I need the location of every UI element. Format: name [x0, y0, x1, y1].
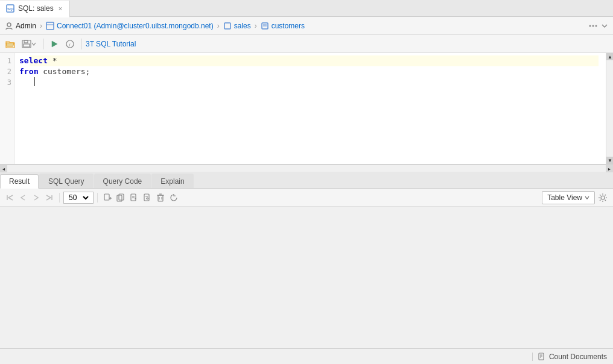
svg-rect-28: [144, 194, 149, 201]
line-numbers: 1 2 3: [0, 53, 14, 164]
nav-next-button[interactable]: [30, 192, 42, 204]
explain-icon: i: [66, 40, 74, 48]
tab-sql-query[interactable]: SQL Query: [39, 174, 94, 188]
tab-close-button[interactable]: ×: [57, 4, 63, 13]
breadcrumb-database[interactable]: sales: [234, 22, 251, 30]
folder-open-icon: [5, 40, 15, 48]
collection-icon: [261, 22, 269, 30]
add-document-icon: [103, 193, 112, 202]
svg-rect-3: [46, 22, 54, 30]
delete-icon: [156, 193, 165, 202]
breadcrumb-user: Admin: [16, 22, 36, 30]
nav-prev-icon: [19, 194, 27, 201]
overflow-menu-icon[interactable]: [588, 20, 599, 31]
scroll-right-button[interactable]: ►: [606, 165, 613, 172]
scroll-down-button[interactable]: ▼: [606, 157, 613, 164]
table-view-dropdown-icon: [585, 195, 589, 200]
editor-line-2: from customers;: [19, 66, 601, 77]
count-documents-button[interactable]: Count Documents: [538, 353, 607, 361]
status-sep: [532, 353, 533, 361]
svg-point-36: [601, 196, 605, 199]
page-size-select[interactable]: 10 25 50 100 250: [66, 193, 91, 202]
svg-text:SQL: SQL: [7, 7, 14, 11]
chevron-down-icon[interactable]: [601, 22, 608, 30]
copy-document-button[interactable]: [115, 192, 127, 204]
svg-rect-31: [158, 195, 163, 201]
result-content-area: [0, 207, 613, 348]
svg-text:i: i: [69, 42, 71, 47]
user-icon: [5, 22, 13, 30]
sql-tab-icon: SQL: [6, 4, 14, 13]
sql-sales-tab[interactable]: SQL SQL: sales ×: [0, 1, 70, 17]
result-tabs: Result SQL Query Query Code Explain: [0, 172, 613, 189]
svg-point-2: [7, 23, 11, 27]
svg-rect-13: [24, 40, 28, 43]
nav-first-icon: [6, 194, 13, 201]
breadcrumb-bar: Admin › Connect01 (Admin@cluster0.uibst.…: [0, 17, 613, 35]
gear-icon: [598, 193, 608, 202]
connection-icon: [46, 22, 54, 30]
settings-button[interactable]: [596, 191, 609, 204]
sql-editor[interactable]: 1 2 3 select * from customers; ▲ ▼: [0, 53, 613, 165]
nav-last-button[interactable]: [43, 192, 56, 204]
table-view-button[interactable]: Table View: [542, 191, 595, 204]
svg-rect-20: [104, 194, 109, 200]
editor-content[interactable]: select * from customers;: [14, 53, 606, 164]
toolbar-sep-result: [97, 193, 98, 202]
editor-line-1: select *: [19, 55, 601, 66]
tab-label: SQL: sales: [18, 4, 54, 13]
tab-query-code[interactable]: Query Code: [94, 174, 151, 188]
export-button[interactable]: [141, 192, 153, 204]
count-doc-icon: [538, 353, 546, 361]
editor-scrollbar-vertical[interactable]: ▲ ▼: [606, 53, 613, 164]
open-file-button[interactable]: [4, 37, 17, 51]
toolbar-sep-2: [81, 39, 81, 49]
scroll-up-button[interactable]: ▲: [606, 53, 613, 60]
breadcrumb-connection[interactable]: Connect01 (Admin@cluster0.uibst.mongodb.…: [57, 22, 214, 30]
svg-point-10: [592, 25, 594, 27]
delete-button[interactable]: [154, 192, 167, 204]
line-number-2: 2: [0, 66, 11, 77]
nav-prev-button[interactable]: [17, 192, 29, 204]
line-number-3: 3: [0, 77, 11, 88]
copy-document-icon: [116, 193, 125, 202]
nav-sep: [59, 193, 60, 202]
svg-marker-15: [52, 41, 57, 47]
count-documents-label: Count Documents: [549, 353, 607, 361]
svg-point-11: [596, 25, 597, 27]
save-icon: [22, 40, 31, 48]
status-bar: Count Documents: [0, 348, 613, 364]
run-query-button[interactable]: [48, 37, 61, 51]
export-icon: [143, 193, 151, 202]
scroll-left-button[interactable]: ◄: [0, 165, 7, 172]
editor-scrollbar-horizontal[interactable]: ◄ ►: [0, 165, 613, 172]
sep3: ›: [255, 22, 257, 30]
main-toolbar: i 3T SQL Tutorial: [0, 35, 613, 53]
toolbar-sep-1: [43, 39, 43, 49]
nav-first-button[interactable]: [4, 192, 16, 204]
save-dropdown-arrow: [31, 42, 36, 46]
table-view-label: Table View: [547, 193, 582, 202]
refresh-button[interactable]: [168, 192, 180, 204]
page-size-control[interactable]: 10 25 50 100 250: [63, 192, 94, 204]
svg-line-44: [600, 199, 601, 201]
tab-explain[interactable]: Explain: [151, 174, 193, 188]
add-document-button[interactable]: [101, 192, 113, 204]
refresh-icon: [170, 193, 178, 202]
result-toolbar: 10 25 50 100 250: [0, 189, 613, 207]
tab-result[interactable]: Result: [0, 174, 39, 189]
svg-point-9: [589, 25, 591, 27]
svg-line-41: [600, 195, 601, 196]
breadcrumb-collection[interactable]: customers: [272, 22, 305, 30]
tab-bar: SQL SQL: sales ×: [0, 0, 613, 17]
run-icon: [50, 40, 59, 48]
tutorial-link[interactable]: 3T SQL Tutorial: [86, 40, 136, 48]
svg-line-43: [605, 195, 606, 196]
explain-button[interactable]: i: [63, 37, 77, 51]
sep2: ›: [217, 22, 220, 30]
edit-document-button[interactable]: [128, 192, 140, 204]
database-icon: [223, 22, 232, 30]
save-dropdown-button[interactable]: [19, 37, 39, 51]
nav-last-icon: [46, 194, 53, 201]
sep1: ›: [40, 22, 42, 30]
